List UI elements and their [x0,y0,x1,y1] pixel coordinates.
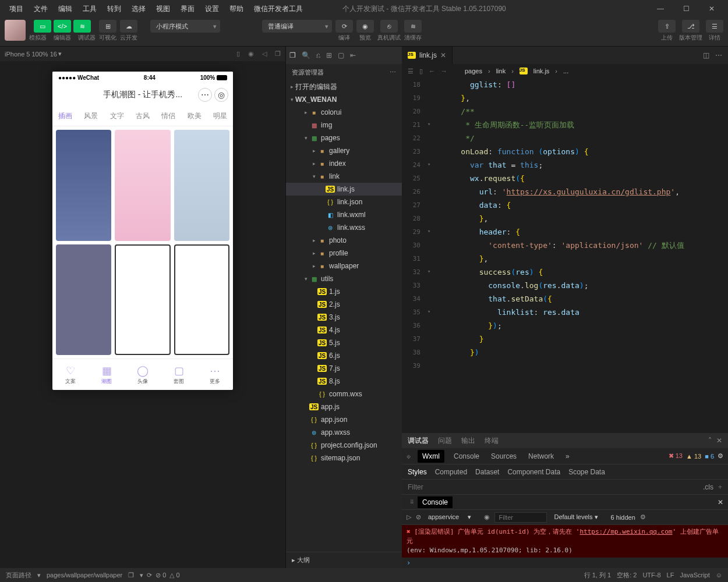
warn-count[interactable]: △ 0 [169,572,179,579]
hidden-count[interactable]: 6 hidden [611,514,635,521]
compile-button[interactable]: ⟳ [335,20,353,33]
tab-output[interactable]: 输出 [461,436,475,446]
crumb[interactable]: ... [563,68,568,74]
menu-item[interactable]: 转到 [103,2,126,16]
minimize-icon[interactable]: — [649,2,672,16]
crumb[interactable]: pages [465,68,482,74]
tree-item[interactable]: JS1.js [286,285,402,298]
gallery-item[interactable] [115,244,170,356]
category-tab[interactable]: 明星 [207,107,233,126]
tree-item[interactable]: ⊜link.wxss [286,221,402,234]
indent[interactable]: 空格: 2 [617,571,637,580]
gear-icon[interactable]: ⚙ [640,513,646,521]
eol[interactable]: LF [667,572,674,579]
gallery-item[interactable] [174,244,229,356]
more-icon[interactable]: ⋯ [390,69,396,76]
device-icon[interactable]: ▯ [236,50,240,58]
cursor-pos[interactable]: 行 1, 列 1 [584,571,611,580]
device-selector[interactable]: iPhone 5 100% 16 [5,51,57,58]
category-tab[interactable]: 情侣 [156,107,181,126]
category-tab[interactable]: 文字 [104,107,130,126]
tree-item[interactable]: ⊜app.wxss [286,426,402,439]
tab-computed[interactable]: Computed [435,468,467,476]
cls-toggle[interactable]: .cls [703,483,713,491]
tab-problems[interactable]: 问题 [438,436,452,446]
clear-icon[interactable]: ⊘ [416,513,421,521]
tree-item[interactable]: ▾■link [286,170,402,183]
collapse-icon[interactable]: ⇤ [350,51,356,59]
levels-select[interactable]: Default levels ▾ [552,512,606,522]
opened-editors-section[interactable]: ▸打开的编辑器 [286,80,402,93]
menu-item[interactable]: 项目 [5,2,28,16]
crumb[interactable]: link [496,68,506,74]
fold-icon[interactable]: ▾ [427,228,430,234]
tree-item[interactable]: JS6.js [286,349,402,362]
close-icon[interactable]: ✕ [700,2,723,16]
clearcache-button[interactable]: ≋ [404,20,422,33]
mute-icon[interactable]: ◁ [262,50,267,58]
tree-item[interactable]: ▾▩utils [286,272,402,285]
tree-item[interactable]: { }app.json [286,413,402,426]
chevron-down-icon[interactable]: ▾ [140,572,143,579]
warn-badge[interactable]: ▲ 13 [686,453,701,460]
tree-item[interactable]: ▩img [286,119,402,132]
back-icon[interactable]: ← [429,68,435,74]
ext-icon[interactable]: ⊞ [326,51,332,59]
search-icon[interactable]: 🔍 [302,51,310,59]
menu-item[interactable]: 帮助 [225,2,248,16]
tree-item[interactable]: JS2.js [286,298,402,311]
details-button[interactable]: ☰ [706,20,723,33]
tab-scopedata[interactable]: Scope Data [568,468,605,476]
error-badge[interactable]: ✖ 13 [669,452,683,460]
bookmark-icon[interactable]: ▯ [419,68,423,75]
visual-toggle[interactable]: ⊞ [99,20,116,33]
maximize-icon[interactable]: ☐ [674,2,698,16]
branch-icon[interactable]: ⎌ [316,51,320,59]
tab-wxml[interactable]: Wxml [418,450,444,463]
bottom-nav-item[interactable]: ▦潮图 [89,359,125,390]
notif-icon[interactable]: ☺ [716,572,722,579]
fold-icon[interactable]: ▾ [427,161,430,167]
encoding[interactable]: UTF-8 [642,572,660,579]
list-icon[interactable]: ☰ [408,68,414,75]
menu-item[interactable]: 设置 [200,2,224,16]
split-icon[interactable]: ◫ [703,51,709,59]
category-tab[interactable]: 插画 [52,107,78,126]
tree-item[interactable]: JS5.js [286,336,402,349]
avatar[interactable] [5,20,26,41]
tab-styles[interactable]: Styles [408,468,427,476]
info-badge[interactable]: ■ 6 [705,453,714,460]
tab-network[interactable]: Network [526,452,556,460]
gallery-item[interactable] [174,130,229,241]
fold-icon[interactable]: ▾ [427,308,430,314]
menu-item[interactable]: 微信开发者工具 [249,2,308,16]
realdevice-button[interactable]: ⎋ [380,20,398,33]
preview-button[interactable]: ◉ [356,20,374,33]
tree-item[interactable]: ◧link.wxml [286,208,402,221]
code-lines[interactable]: gglist: [] }, /** * 生命周期函数--监听页面加载 */ on… [437,78,728,433]
close-icon[interactable]: ✕ [716,436,722,445]
cloud-toggle[interactable]: ☁ [120,20,137,33]
tree-item[interactable]: JSapp.js [286,400,402,413]
category-tab[interactable]: 风景 [78,107,104,126]
menu-item[interactable]: 选择 [127,2,150,16]
gear-icon[interactable]: ⚙ [718,452,723,460]
console-tab[interactable]: Console [418,496,453,508]
menu-item[interactable]: 文件 [29,2,52,16]
explorer-icon[interactable]: ❐ [289,51,296,59]
crumb[interactable]: link.js [533,68,550,74]
menu-item[interactable]: 界面 [176,2,199,16]
console-output[interactable]: ✖ [渲染层错误] 广告单元 id(unit-id) 为空，请先在 'https… [402,525,728,558]
tabs-overflow[interactable]: » [563,452,572,460]
play-icon[interactable]: ▷ [407,513,411,521]
tree-item[interactable]: JS3.js [286,311,402,324]
record-icon[interactable]: ◉ [248,50,254,58]
tree-item[interactable]: ▾▩pages [286,132,402,144]
tree-item[interactable]: ▸■profile [286,247,402,260]
copy-icon[interactable]: ❐ [128,572,134,579]
tab-console[interactable]: Console [451,452,482,460]
category-tab[interactable]: 古风 [130,107,156,126]
tab-dataset[interactable]: Dataset [475,468,499,476]
tab-compdata[interactable]: Component Data [507,468,560,476]
code-editor[interactable]: 1819202122232425262728293031323334353637… [402,78,728,433]
